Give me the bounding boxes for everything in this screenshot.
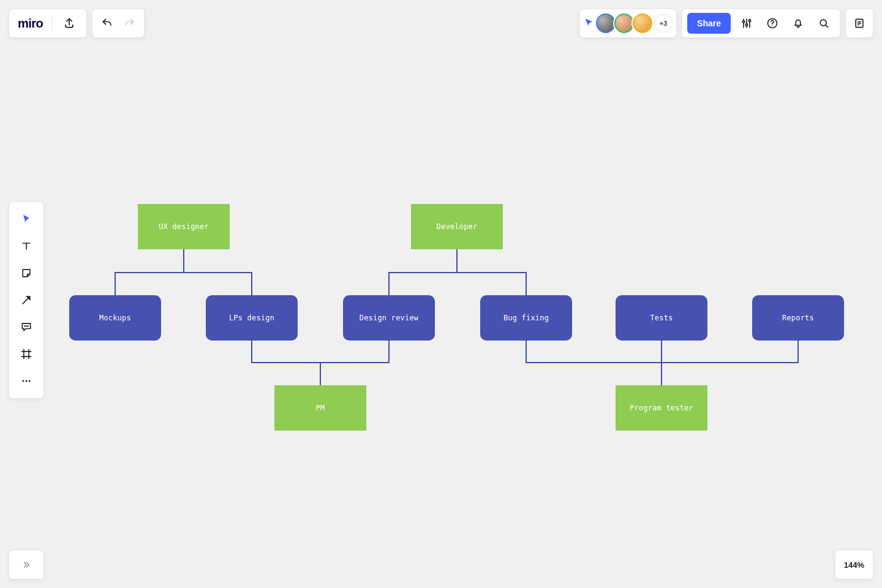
connector (320, 341, 389, 385)
connector (252, 341, 320, 385)
role-node-tester[interactable]: Program tester (616, 385, 707, 431)
role-node-dev[interactable]: Developer (411, 204, 503, 249)
task-node-tests[interactable]: Tests (616, 295, 707, 341)
connector (526, 341, 662, 385)
connector (115, 249, 184, 295)
task-node-lps[interactable]: LPs design (206, 295, 298, 341)
canvas[interactable]: UX designerDeveloperPMProgram testerMock… (0, 0, 882, 588)
task-node-designreview[interactable]: Design review (343, 295, 435, 341)
connector (184, 249, 252, 295)
task-node-reports[interactable]: Reports (752, 295, 844, 341)
connector (457, 249, 526, 295)
connector (662, 341, 798, 385)
task-node-mockups[interactable]: Mockups (69, 295, 161, 341)
connector (389, 249, 457, 295)
role-node-pm[interactable]: PM (274, 385, 366, 431)
task-node-bugfix[interactable]: Bug fixing (480, 295, 572, 341)
role-node-ux[interactable]: UX designer (138, 204, 230, 249)
connector-layer (0, 0, 882, 588)
